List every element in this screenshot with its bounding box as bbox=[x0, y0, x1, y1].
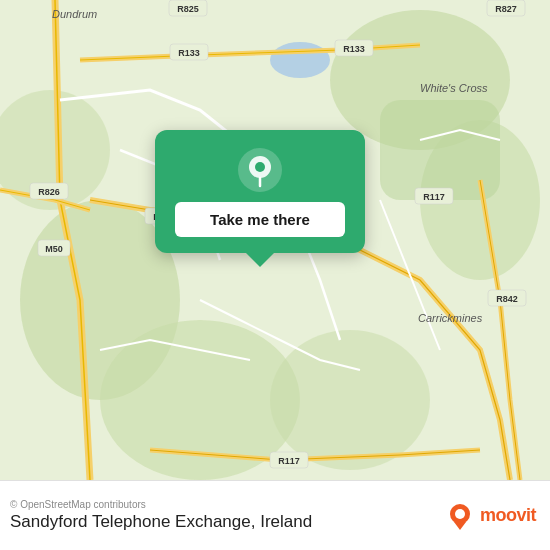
location-name: Sandyford Telephone Exchange, Ireland bbox=[10, 512, 312, 532]
moovit-brand-text: moovit bbox=[480, 505, 536, 526]
svg-text:R133: R133 bbox=[343, 44, 365, 54]
bottom-bar: © OpenStreetMap contributors Sandyford T… bbox=[0, 480, 550, 550]
moovit-icon bbox=[444, 500, 476, 532]
popup-card: Take me there bbox=[155, 130, 365, 253]
svg-point-8 bbox=[270, 42, 330, 78]
svg-text:R826: R826 bbox=[38, 187, 60, 197]
take-me-there-button[interactable]: Take me there bbox=[175, 202, 345, 237]
svg-point-35 bbox=[255, 162, 265, 172]
svg-text:Carrickmines: Carrickmines bbox=[418, 312, 483, 324]
svg-text:R133: R133 bbox=[178, 48, 200, 58]
bottom-left-content: © OpenStreetMap contributors Sandyford T… bbox=[10, 499, 312, 532]
attribution-text: © OpenStreetMap contributors bbox=[10, 499, 312, 510]
svg-point-37 bbox=[455, 509, 465, 519]
map-pin-icon bbox=[238, 148, 282, 192]
moovit-logo: moovit bbox=[444, 500, 536, 532]
svg-text:M50: M50 bbox=[45, 244, 63, 254]
svg-text:R117: R117 bbox=[278, 456, 300, 466]
svg-text:Dundrum: Dundrum bbox=[52, 8, 97, 20]
svg-point-5 bbox=[270, 330, 430, 470]
svg-text:R827: R827 bbox=[495, 4, 517, 14]
svg-text:R842: R842 bbox=[496, 294, 518, 304]
svg-text:R825: R825 bbox=[177, 4, 199, 14]
map-container: R133 R133 R826 M50 R117 R117 R842 R827 R… bbox=[0, 0, 550, 480]
svg-text:White's Cross: White's Cross bbox=[420, 82, 488, 94]
svg-text:R117: R117 bbox=[423, 192, 445, 202]
